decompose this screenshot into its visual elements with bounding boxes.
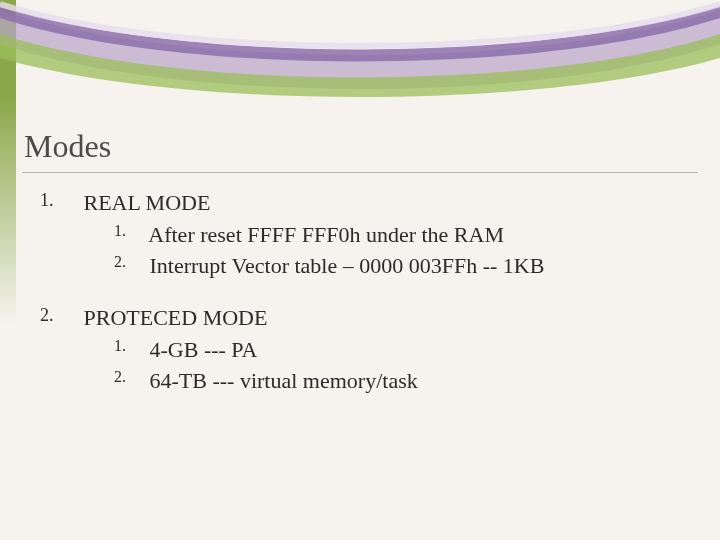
list-number: 2. — [40, 303, 78, 327]
outer-list: 1. REAL MODE 1. After reset FFFF FFF0h u… — [40, 188, 680, 396]
list-text: 64-TB --- virtual memory/task — [150, 368, 418, 393]
list-number: 1. — [114, 220, 144, 242]
inner-list: 1. 4-GB --- PA 2. 64-TB --- virtual memo… — [114, 335, 680, 396]
list-number: 1. — [40, 188, 78, 212]
slide: Modes 1. REAL MODE 1. After reset FFFF F… — [0, 0, 720, 540]
list-item: 1. After reset FFFF FFF0h under the RAM — [114, 220, 680, 250]
title-underline — [22, 172, 698, 173]
list-item: 1. REAL MODE 1. After reset FFFF FFF0h u… — [40, 188, 680, 281]
list-text: 4-GB --- PA — [150, 337, 258, 362]
list-item: 1. 4-GB --- PA — [114, 335, 680, 365]
inner-list: 1. After reset FFFF FFF0h under the RAM … — [114, 220, 680, 281]
list-text: Interrupt Vector table – 0000 003FFh -- … — [150, 253, 545, 278]
list-item: 2. PROTECED MODE 1. 4-GB --- PA 2. 64-TB… — [40, 303, 680, 396]
list-item: 2. Interrupt Vector table – 0000 003FFh … — [114, 251, 680, 281]
list-number: 1. — [114, 335, 144, 357]
list-heading: REAL MODE — [84, 188, 211, 218]
content-area: 1. REAL MODE 1. After reset FFFF FFF0h u… — [40, 188, 680, 418]
left-accent-strip — [0, 0, 16, 540]
list-heading: PROTECED MODE — [84, 303, 268, 333]
list-item: 2. 64-TB --- virtual memory/task — [114, 366, 680, 396]
list-text: After reset FFFF FFF0h under the RAM — [148, 222, 504, 247]
decorative-banner — [0, 0, 720, 110]
list-number: 2. — [114, 366, 144, 388]
slide-title: Modes — [24, 128, 111, 165]
list-number: 2. — [114, 251, 144, 273]
